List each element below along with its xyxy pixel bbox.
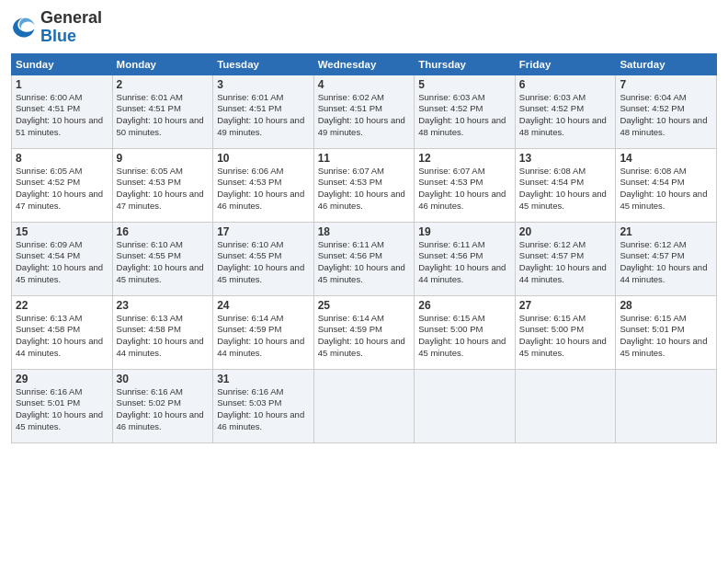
day-info: Sunrise: 6:15 AMSunset: 5:01 PMDaylight:… [620,313,707,358]
day-cell: 22Sunrise: 6:13 AMSunset: 4:58 PMDayligh… [12,295,113,369]
day-cell: 15Sunrise: 6:09 AMSunset: 4:54 PMDayligh… [12,222,113,295]
day-info: Sunrise: 6:05 AMSunset: 4:53 PMDaylight:… [117,166,204,211]
day-number: 4 [318,78,411,91]
header-row: SundayMondayTuesdayWednesdayThursdayFrid… [12,53,717,75]
day-cell: 19Sunrise: 6:11 AMSunset: 4:56 PMDayligh… [415,222,516,295]
day-info: Sunrise: 6:11 AMSunset: 4:56 PMDaylight:… [418,239,506,284]
day-number: 14 [620,152,712,165]
day-number: 5 [418,78,511,91]
day-info: Sunrise: 6:01 AMSunset: 4:51 PMDaylight:… [117,92,204,137]
day-number: 31 [217,373,310,385]
day-info: Sunrise: 6:08 AMSunset: 4:54 PMDaylight:… [519,166,607,211]
page-container: General Blue SundayMondayTuesdayWednesda… [0,0,728,451]
day-number: 29 [16,373,108,385]
day-number: 18 [318,225,411,238]
day-info: Sunrise: 6:15 AMSunset: 5:00 PMDaylight:… [519,313,607,358]
logo: General Blue [11,9,102,46]
calendar-table: SundayMondayTuesdayWednesdayThursdayFrid… [11,53,717,443]
day-cell: 2Sunrise: 6:01 AMSunset: 4:51 PMDaylight… [112,75,213,148]
day-cell: 12Sunrise: 6:07 AMSunset: 4:53 PMDayligh… [415,148,516,222]
day-info: Sunrise: 6:15 AMSunset: 5:00 PMDaylight:… [418,313,506,358]
day-info: Sunrise: 6:16 AMSunset: 5:02 PMDaylight:… [117,386,204,431]
day-cell: 18Sunrise: 6:11 AMSunset: 4:56 PMDayligh… [313,222,415,295]
day-number: 30 [117,373,210,385]
day-cell: 27Sunrise: 6:15 AMSunset: 5:00 PMDayligh… [515,295,616,369]
day-number: 13 [519,152,612,165]
day-number: 7 [620,78,712,91]
day-info: Sunrise: 6:00 AMSunset: 4:51 PMDaylight:… [16,92,103,137]
day-number: 25 [318,299,411,312]
day-info: Sunrise: 6:03 AMSunset: 4:52 PMDaylight:… [418,92,506,137]
day-number: 17 [217,225,310,238]
day-cell: 29Sunrise: 6:16 AMSunset: 5:01 PMDayligh… [12,369,113,442]
day-number: 20 [519,225,612,238]
header-cell-friday: Friday [515,53,616,75]
day-number: 6 [519,78,612,91]
day-info: Sunrise: 6:13 AMSunset: 4:58 PMDaylight:… [16,313,103,358]
week-row-5: 29Sunrise: 6:16 AMSunset: 5:01 PMDayligh… [12,369,717,442]
day-info: Sunrise: 6:08 AMSunset: 4:54 PMDaylight:… [620,166,707,211]
logo-text-block: General Blue [40,9,102,46]
day-cell: 14Sunrise: 6:08 AMSunset: 4:54 PMDayligh… [616,148,717,222]
day-cell: 26Sunrise: 6:15 AMSunset: 5:00 PMDayligh… [415,295,516,369]
day-number: 15 [16,225,108,238]
day-info: Sunrise: 6:12 AMSunset: 4:57 PMDaylight:… [519,239,607,284]
day-cell: 4Sunrise: 6:02 AMSunset: 4:51 PMDaylight… [313,75,415,148]
header-cell-tuesday: Tuesday [213,53,314,75]
day-cell [415,369,516,442]
day-cell: 16Sunrise: 6:10 AMSunset: 4:55 PMDayligh… [112,222,213,295]
day-number: 8 [16,152,108,165]
day-info: Sunrise: 6:09 AMSunset: 4:54 PMDaylight:… [16,239,103,284]
day-cell [515,369,616,442]
header-cell-monday: Monday [112,53,213,75]
day-cell [313,369,415,442]
day-number: 23 [117,299,210,312]
day-cell: 20Sunrise: 6:12 AMSunset: 4:57 PMDayligh… [515,222,616,295]
day-number: 3 [217,78,310,91]
day-number: 24 [217,299,310,312]
day-info: Sunrise: 6:16 AMSunset: 5:01 PMDaylight:… [16,386,103,431]
day-cell: 3Sunrise: 6:01 AMSunset: 4:51 PMDaylight… [213,75,314,148]
header-cell-saturday: Saturday [616,53,717,75]
day-number: 2 [117,78,210,91]
week-row-3: 15Sunrise: 6:09 AMSunset: 4:54 PMDayligh… [12,222,717,295]
day-info: Sunrise: 6:13 AMSunset: 4:58 PMDaylight:… [117,313,204,358]
day-cell: 30Sunrise: 6:16 AMSunset: 5:02 PMDayligh… [112,369,213,442]
day-cell: 5Sunrise: 6:03 AMSunset: 4:52 PMDaylight… [415,75,516,148]
day-info: Sunrise: 6:04 AMSunset: 4:52 PMDaylight:… [620,92,707,137]
day-cell: 17Sunrise: 6:10 AMSunset: 4:55 PMDayligh… [213,222,314,295]
day-number: 1 [16,78,108,91]
header-cell-thursday: Thursday [415,53,516,75]
header-cell-sunday: Sunday [12,53,113,75]
day-cell: 8Sunrise: 6:05 AMSunset: 4:52 PMDaylight… [12,148,113,222]
logo-general: General [40,9,102,28]
day-number: 28 [620,299,712,312]
day-cell: 13Sunrise: 6:08 AMSunset: 4:54 PMDayligh… [515,148,616,222]
day-info: Sunrise: 6:11 AMSunset: 4:56 PMDaylight:… [318,239,405,284]
day-number: 21 [620,225,712,238]
day-info: Sunrise: 6:01 AMSunset: 4:51 PMDaylight:… [217,92,304,137]
day-info: Sunrise: 6:03 AMSunset: 4:52 PMDaylight:… [519,92,607,137]
day-number: 27 [519,299,612,312]
day-info: Sunrise: 6:14 AMSunset: 4:59 PMDaylight:… [318,313,405,358]
day-number: 26 [418,299,511,312]
day-cell: 28Sunrise: 6:15 AMSunset: 5:01 PMDayligh… [616,295,717,369]
day-cell: 25Sunrise: 6:14 AMSunset: 4:59 PMDayligh… [313,295,415,369]
week-row-2: 8Sunrise: 6:05 AMSunset: 4:52 PMDaylight… [12,148,717,222]
day-info: Sunrise: 6:14 AMSunset: 4:59 PMDaylight:… [217,313,304,358]
header-cell-wednesday: Wednesday [313,53,415,75]
day-number: 16 [117,225,210,238]
day-info: Sunrise: 6:02 AMSunset: 4:51 PMDaylight:… [318,92,405,137]
day-number: 12 [418,152,511,165]
day-info: Sunrise: 6:10 AMSunset: 4:55 PMDaylight:… [217,239,304,284]
day-info: Sunrise: 6:07 AMSunset: 4:53 PMDaylight:… [318,166,405,211]
day-cell: 9Sunrise: 6:05 AMSunset: 4:53 PMDaylight… [112,148,213,222]
week-row-1: 1Sunrise: 6:00 AMSunset: 4:51 PMDaylight… [12,75,717,148]
day-info: Sunrise: 6:06 AMSunset: 4:53 PMDaylight:… [217,166,304,211]
header: General Blue [11,9,717,46]
day-info: Sunrise: 6:12 AMSunset: 4:57 PMDaylight:… [620,239,707,284]
day-number: 10 [217,152,310,165]
day-number: 19 [418,225,511,238]
day-number: 9 [117,152,210,165]
day-info: Sunrise: 6:16 AMSunset: 5:03 PMDaylight:… [217,386,304,431]
